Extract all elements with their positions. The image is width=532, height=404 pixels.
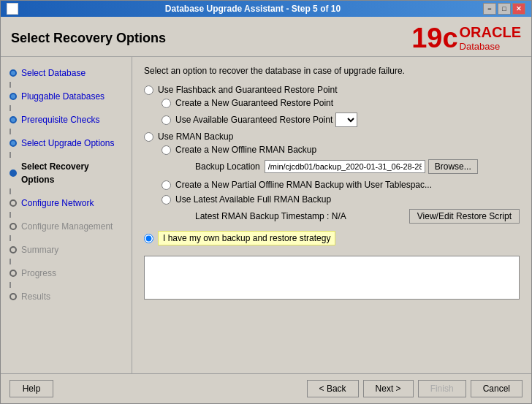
timestamp-row: Latest RMAN Backup Timestamp : N/A View/… (195, 209, 520, 224)
sidebar-dot-prerequisite (10, 116, 17, 123)
sidebar-link-network[interactable]: Configure Network (21, 197, 94, 210)
footer: Help < Back Next > Finish Cancel (1, 373, 531, 403)
create-partial-label: Create a New Partial Offline RMAN Backup… (175, 180, 432, 190)
close-button[interactable]: ✕ (512, 3, 525, 15)
backup-location-row: Backup Location Browse... (195, 159, 520, 174)
sidebar-item-progress: Progress (7, 264, 126, 282)
next-button[interactable]: Next > (363, 380, 414, 397)
sidebar-link-prerequisite[interactable]: Prerequisite Checks (21, 113, 99, 126)
sidebar-dot-network (10, 199, 17, 207)
sidebar-item-results: Results (7, 288, 126, 305)
description-text: Select an option to recover the database… (144, 66, 520, 76)
sidebar-link-select-database[interactable]: Select Database (21, 66, 86, 80)
title-bar-buttons: − □ ✕ (483, 3, 525, 15)
sidebar-item-summary: Summary (7, 241, 126, 259)
sidebar-dot-summary (10, 246, 17, 254)
sidebar-link-pluggable[interactable]: Pluggable Databases (21, 90, 104, 103)
main-content: Select Recovery Options 19c ORACLE Datab… (1, 17, 531, 403)
backup-location-label: Backup Location (195, 161, 260, 172)
create-guaranteed-option[interactable]: Create a New Guaranteed Restore Point (162, 98, 520, 108)
timestamp-text: Latest RMAN Backup Timestamp : N/A (195, 211, 346, 221)
text-area-section (144, 256, 520, 300)
oracle-brand-text: ORACLE (460, 24, 521, 41)
flashback-radio-item[interactable]: Use Flashback and Guaranteed Restore Poi… (144, 85, 520, 95)
sidebar-label-results: Results (21, 290, 50, 303)
sidebar-dot-upgrade (10, 140, 17, 147)
use-latest-radio[interactable] (162, 195, 171, 205)
own-strategy-option[interactable]: I have my own backup and restore strateg… (144, 231, 520, 245)
use-available-option[interactable]: Use Available Guaranteed Restore Point (162, 113, 520, 127)
footer-right: < Back Next > Finish Cancel (307, 380, 522, 397)
sidebar-item-prerequisite-checks[interactable]: Prerequisite Checks (7, 111, 126, 129)
create-guaranteed-radio[interactable] (162, 99, 171, 108)
minimize-button[interactable]: − (483, 3, 496, 15)
title-bar: Database Upgrade Assistant - Step 5 of 1… (1, 1, 531, 17)
body-section: Select Database Pluggable Databases Prer… (1, 57, 531, 373)
sidebar-dot-results (10, 293, 17, 300)
own-strategy-label: I have my own backup and restore strateg… (158, 231, 335, 245)
sidebar-dot-progress (10, 270, 17, 277)
finish-button[interactable]: Finish (418, 380, 466, 397)
options-container: Use Flashback and Guaranteed Restore Poi… (144, 85, 520, 300)
create-partial-radio[interactable] (162, 180, 171, 190)
sidebar-label-recovery: Select Recovery Options (21, 160, 123, 186)
sidebar-item-configure-management: Configure Management (7, 218, 126, 235)
oracle-brand-block: ORACLE Database (460, 24, 521, 52)
create-offline-label: Create a New Offline RMAN Backup (175, 145, 316, 155)
create-offline-option[interactable]: Create a New Offline RMAN Backup (162, 145, 520, 155)
use-available-label: Use Available Guaranteed Restore Point (175, 115, 332, 125)
rman-radio-item[interactable]: Use RMAN Backup (144, 132, 520, 142)
back-button[interactable]: < Back (307, 380, 359, 397)
sidebar-label-management: Configure Management (21, 220, 113, 233)
sidebar-label-summary: Summary (21, 243, 58, 256)
sidebar-dot-pluggable (10, 93, 17, 100)
flashback-label: Use Flashback and Guaranteed Restore Poi… (158, 85, 337, 95)
rman-sub-options: Create a New Offline RMAN Backup Backup … (162, 145, 520, 224)
help-button[interactable]: Help (10, 380, 53, 397)
oracle-product-text: Database (460, 41, 501, 52)
create-offline-radio[interactable] (162, 145, 171, 155)
use-available-radio[interactable] (162, 115, 171, 125)
oracle-logo: 19c ORACLE Database (411, 24, 521, 52)
own-strategy-radio[interactable] (144, 234, 153, 243)
page-title: Select Recovery Options (11, 31, 166, 46)
window-title: Database Upgrade Assistant - Step 5 of 1… (23, 4, 483, 14)
footer-left: Help (10, 380, 53, 397)
sidebar-dot-management (10, 223, 17, 230)
rman-label: Use RMAN Backup (158, 132, 233, 142)
main-window: Database Upgrade Assistant - Step 5 of 1… (0, 0, 532, 404)
flashback-sub-options: Create a New Guaranteed Restore Point Us… (162, 98, 520, 127)
oracle-version: 19c (411, 24, 457, 52)
window-icon (7, 3, 18, 15)
sidebar-item-pluggable-databases[interactable]: Pluggable Databases (7, 88, 126, 105)
rman-radio[interactable] (144, 132, 153, 142)
sidebar-dot-recovery (10, 169, 17, 177)
use-latest-label: Use Latest Available Full RMAN Backup (175, 194, 331, 205)
use-latest-option[interactable]: Use Latest Available Full RMAN Backup (162, 194, 520, 205)
view-edit-restore-script-button[interactable]: View/Edit Restore Script (409, 209, 520, 224)
flashback-radio[interactable] (144, 85, 153, 95)
main-panel: Select an option to recover the database… (132, 57, 531, 373)
create-partial-option[interactable]: Create a New Partial Offline RMAN Backup… (162, 180, 520, 190)
sidebar: Select Database Pluggable Databases Prer… (1, 57, 132, 373)
flashback-option-group: Use Flashback and Guaranteed Restore Poi… (144, 85, 520, 127)
sidebar-label-progress: Progress (21, 267, 56, 280)
rman-option-group: Use RMAN Backup Create a New Offline RMA… (144, 132, 520, 224)
header-section: Select Recovery Options 19c ORACLE Datab… (1, 17, 531, 57)
maximize-button[interactable]: □ (498, 3, 511, 15)
create-guaranteed-label: Create a New Guaranteed Restore Point (175, 98, 333, 108)
sidebar-item-select-upgrade-options[interactable]: Select Upgrade Options (7, 134, 126, 152)
sidebar-dot-select-database (10, 69, 17, 77)
browse-button[interactable]: Browse... (428, 159, 478, 174)
sidebar-item-select-database[interactable]: Select Database (7, 64, 126, 82)
sidebar-link-upgrade[interactable]: Select Upgrade Options (21, 137, 114, 150)
guaranteed-restore-point-select[interactable] (335, 113, 357, 127)
sidebar-item-configure-network[interactable]: Configure Network (7, 194, 126, 212)
cancel-button[interactable]: Cancel (471, 380, 522, 397)
sidebar-item-select-recovery-options: Select Recovery Options (7, 158, 126, 188)
backup-location-input[interactable] (265, 160, 425, 173)
